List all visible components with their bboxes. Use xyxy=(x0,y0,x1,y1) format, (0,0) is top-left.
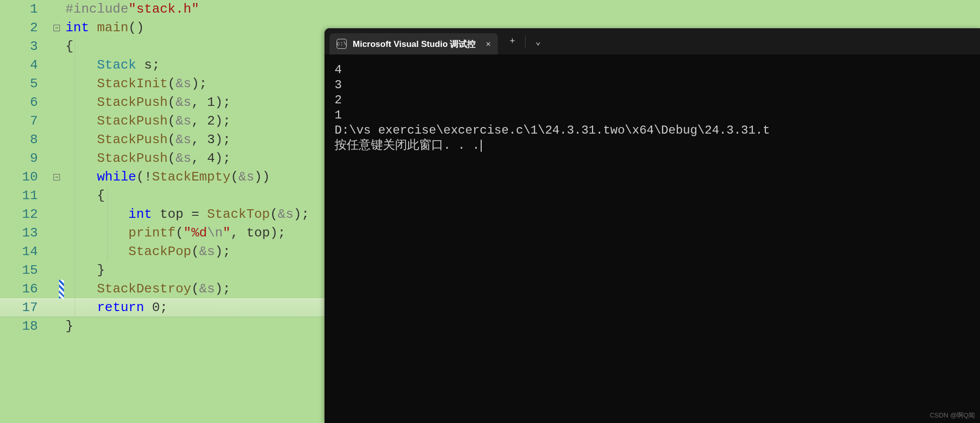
code-content: while(!StackEmpty(&s)) xyxy=(66,168,270,187)
line-number: 18 xyxy=(0,317,48,336)
code-content: { xyxy=(66,37,74,56)
line-number: 12 xyxy=(0,205,48,224)
code-content: } xyxy=(66,317,74,336)
tab-dropdown-button[interactable]: ⌄ xyxy=(528,32,549,50)
line-number: 3 xyxy=(0,37,48,56)
terminal-title-bar[interactable]: c:\ Microsoft Visual Studio 调试控 ✕ + ⌄ xyxy=(324,28,980,54)
output-line: 2 xyxy=(335,93,970,108)
code-line[interactable]: 1 #include"stack.h" xyxy=(0,0,980,19)
code-content: StackPush(&s, 4); xyxy=(66,149,231,168)
indent-guide xyxy=(75,37,75,56)
code-content: StackInit(&s); xyxy=(66,75,207,93)
line-number: 2 xyxy=(0,19,48,37)
tab-controls: + ⌄ xyxy=(502,32,549,50)
code-content: StackPush(&s, 2); xyxy=(66,112,231,131)
code-content: printf("%d\n", top); xyxy=(66,224,286,243)
watermark: CSDN @啊Q闻 xyxy=(930,411,975,420)
terminal-window[interactable]: c:\ Microsoft Visual Studio 调试控 ✕ + ⌄ 4 … xyxy=(324,28,980,423)
terminal-tab[interactable]: c:\ Microsoft Visual Studio 调试控 ✕ xyxy=(330,33,498,54)
line-number: 5 xyxy=(0,75,48,93)
terminal-output[interactable]: 4 3 2 1 D:\vs exercise\excercise.c\1\24.… xyxy=(324,54,980,161)
line-number: 11 xyxy=(0,187,48,205)
line-number: 14 xyxy=(0,243,48,261)
code-content: Stack s; xyxy=(66,56,160,75)
line-number: 6 xyxy=(0,93,48,112)
code-content: return 0; xyxy=(66,298,168,317)
line-number: 4 xyxy=(0,56,48,75)
output-line: 3 xyxy=(335,78,970,93)
code-content: { xyxy=(66,187,105,205)
output-line: 4 xyxy=(335,63,970,78)
modified-marker xyxy=(59,280,64,298)
cursor xyxy=(481,140,482,152)
output-line: 按任意键关闭此窗口. . . xyxy=(335,138,970,153)
code-content: int main() xyxy=(66,19,144,37)
line-number: 16 xyxy=(0,280,48,298)
code-content: } xyxy=(66,261,105,280)
new-tab-button[interactable]: + xyxy=(502,32,523,50)
output-line: 1 xyxy=(335,108,970,123)
line-number: 7 xyxy=(0,112,48,131)
close-icon[interactable]: ✕ xyxy=(486,39,491,49)
code-content: StackDestroy(&s); xyxy=(66,280,231,298)
code-content: StackPush(&s, 1); xyxy=(66,93,231,112)
line-number: 8 xyxy=(0,131,48,149)
fold-gutter[interactable]: − xyxy=(48,174,66,180)
line-number: 1 xyxy=(0,0,48,19)
line-number: 17 xyxy=(0,298,48,317)
terminal-icon: c:\ xyxy=(337,39,347,49)
fold-collapse-icon[interactable]: − xyxy=(53,25,60,31)
fold-collapse-icon[interactable]: − xyxy=(53,174,60,180)
divider xyxy=(525,35,526,47)
line-number: 9 xyxy=(0,149,48,168)
line-number: 13 xyxy=(0,224,48,243)
code-content: int top = StackTop(&s); xyxy=(66,205,309,224)
fold-gutter[interactable]: − xyxy=(48,25,66,31)
code-content: StackPop(&s); xyxy=(66,243,231,261)
indent-guide xyxy=(107,187,108,205)
terminal-tab-title: Microsoft Visual Studio 调试控 xyxy=(353,38,476,50)
output-line: D:\vs exercise\excercise.c\1\24.3.31.two… xyxy=(335,123,970,138)
line-number: 10 xyxy=(0,168,48,187)
code-content: StackPush(&s, 3); xyxy=(66,131,231,149)
line-number: 15 xyxy=(0,261,48,280)
code-content: #include"stack.h" xyxy=(66,0,199,19)
